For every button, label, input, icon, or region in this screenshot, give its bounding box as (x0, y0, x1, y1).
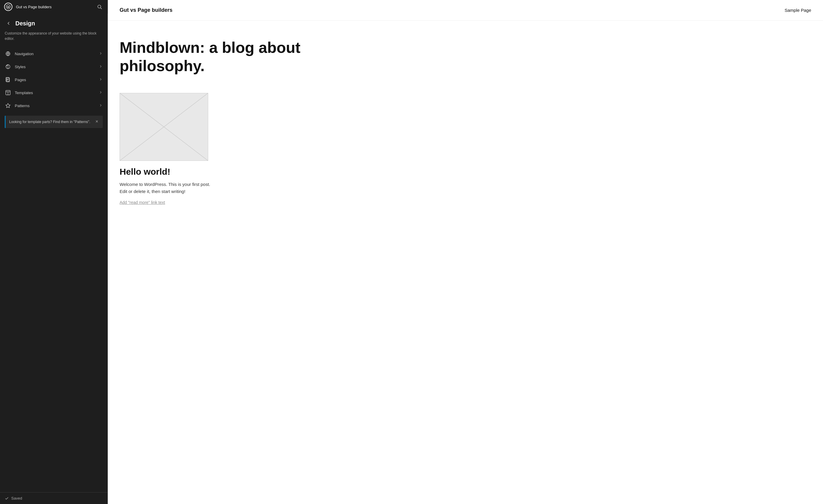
svg-point-2 (98, 5, 101, 8)
sidebar-item-templates[interactable]: Templates (0, 86, 108, 99)
search-icon (97, 4, 102, 9)
top-bar: W Gut vs Page builders (0, 0, 108, 14)
preview-hero: Mindblown: a blog about philosophy. (108, 21, 823, 87)
patterns-icon (5, 102, 11, 109)
nav-item-label-styles: Styles (15, 65, 26, 69)
wp-logo-icon[interactable]: W (4, 3, 12, 11)
placeholder-img-svg (120, 93, 208, 161)
nav-item-left-styles: Styles (5, 63, 26, 70)
chevron-right-icon-pages (99, 77, 103, 82)
sidebar-header: Design (0, 14, 108, 31)
nav-item-label-templates: Templates (15, 90, 33, 95)
preview-site-header: Gut vs Page builders Sample Page (108, 0, 823, 21)
svg-marker-15 (6, 103, 10, 108)
chevron-right-icon-patterns (99, 103, 103, 108)
read-more-link[interactable]: Add "read more" link text (120, 200, 165, 205)
main-preview: Gut vs Page builders Sample Page Mindblo… (108, 0, 823, 504)
preview-frame: Gut vs Page builders Sample Page Mindblo… (108, 0, 823, 504)
sidebar-description: Customize the appearance of your website… (0, 31, 108, 47)
nav-item-left-navigation: Navigation (5, 50, 34, 57)
nav-item-left-templates: Templates (5, 89, 33, 96)
site-title: Gut vs Page builders (16, 5, 52, 9)
notification-text: Looking for template parts? Find them in… (9, 120, 91, 124)
sidebar-title: Design (15, 20, 35, 27)
nav-item-left-pages: Pages (5, 76, 26, 83)
nav-item-left-patterns: Patterns (5, 102, 29, 109)
nav-item-label-patterns: Patterns (15, 103, 29, 108)
placeholder-image (120, 93, 208, 161)
sidebar-item-pages[interactable]: Pages (0, 73, 108, 86)
sidebar-footer: Saved (0, 492, 108, 504)
sidebar-item-styles[interactable]: Styles (0, 60, 108, 73)
chevron-right-icon-styles (99, 64, 103, 69)
check-icon (5, 496, 9, 500)
svg-line-3 (101, 8, 102, 9)
preview-nav-link[interactable]: Sample Page (785, 8, 811, 13)
back-icon (6, 21, 11, 26)
nav-item-label-pages: Pages (15, 78, 26, 82)
pages-icon (5, 76, 11, 83)
preview-blog: Hello world! Welcome to WordPress. This … (108, 87, 823, 217)
sidebar-item-patterns[interactable]: Patterns (0, 99, 108, 112)
preview-site-name: Gut vs Page builders (120, 7, 172, 13)
sidebar: Design Customize the appearance of your … (0, 0, 108, 504)
saved-label: Saved (11, 496, 22, 500)
top-bar-left: W Gut vs Page builders (4, 3, 52, 11)
notification-box: Looking for template parts? Find them in… (5, 116, 103, 128)
svg-text:W: W (7, 5, 10, 9)
chevron-right-icon-navigation (99, 51, 103, 56)
chevron-right-icon-templates (99, 90, 103, 95)
templates-icon (5, 89, 11, 96)
navigation-icon (5, 50, 11, 57)
notification-close-button[interactable]: × (93, 118, 101, 125)
preview-post-title: Hello world! (120, 167, 811, 177)
preview-post-excerpt: Welcome to WordPress. This is your first… (120, 181, 214, 195)
styles-icon (5, 63, 11, 70)
nav-item-label-navigation: Navigation (15, 52, 34, 56)
back-button[interactable] (5, 19, 12, 27)
preview-hero-title: Mindblown: a blog about philosophy. (120, 38, 326, 75)
sidebar-item-navigation[interactable]: Navigation (0, 47, 108, 60)
search-button[interactable] (96, 3, 104, 11)
